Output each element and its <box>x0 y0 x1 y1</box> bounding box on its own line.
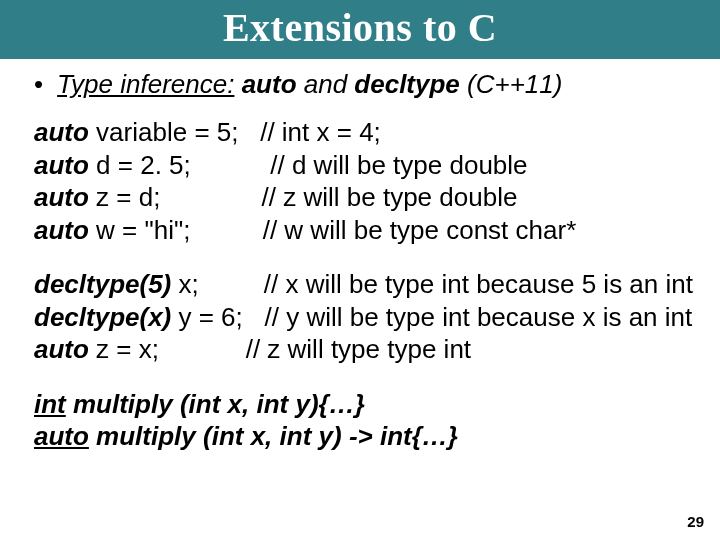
code-text: w = "hi"; <box>89 215 263 245</box>
kw-auto: auto <box>34 182 89 212</box>
slide-title: Extensions to C <box>0 0 720 59</box>
code-comment: // int x = 4; <box>260 117 381 147</box>
code-comment: // z will be type double <box>262 182 518 212</box>
bullet-type-inference: • Type inference: auto and decltype (C++… <box>34 69 690 100</box>
code-row: auto z = d; // z will be type double <box>34 181 690 214</box>
code-row: auto z = x; // z will type type int <box>34 333 690 366</box>
bullet-label: Type inference: <box>57 69 234 99</box>
bullet-dot-icon: • <box>34 69 43 100</box>
page-number: 29 <box>687 513 704 530</box>
code-block-signatures: int multiply (int x, int y){…} auto mult… <box>34 388 690 453</box>
code-comment: // w will be type const char* <box>263 215 577 245</box>
code-row: decltype(5) x; // x will be type int bec… <box>34 268 690 301</box>
kw-auto: auto <box>34 334 89 364</box>
code-block-decltype: decltype(5) x; // x will be type int bec… <box>34 268 690 366</box>
kw-decltype: decltype(x) <box>34 302 171 332</box>
kw-auto: auto <box>34 421 89 451</box>
kw-auto: auto <box>242 69 297 99</box>
code-comment: // y will be type int because x is an in… <box>264 302 692 332</box>
signature-text: multiply (int x, int y){…} <box>66 389 365 419</box>
slide-content: • Type inference: auto and decltype (C++… <box>0 59 720 453</box>
signature-text: multiply (int x, int y) -> int{…} <box>89 421 458 451</box>
code-row: auto d = 2. 5; // d will be type double <box>34 149 690 182</box>
code-comment: // d will be type double <box>270 150 527 180</box>
kw-auto: auto <box>34 215 89 245</box>
code-text: z = x; <box>89 334 246 364</box>
kw-int: int <box>34 389 66 419</box>
code-row: auto variable = 5; // int x = 4; <box>34 116 690 149</box>
code-comment: // z will type type int <box>246 334 471 364</box>
bullet-version: (C++11) <box>460 69 563 99</box>
code-text: x; <box>171 269 263 299</box>
bullet-text: Type inference: auto and decltype (C++11… <box>57 69 562 100</box>
code-row: auto w = "hi"; // w will be type const c… <box>34 214 690 247</box>
slide: Extensions to C • Type inference: auto a… <box>0 0 720 540</box>
bullet-and: and <box>297 69 355 99</box>
code-row: decltype(x) y = 6; // y will be type int… <box>34 301 690 334</box>
kw-auto: auto <box>34 150 89 180</box>
code-comment: // x will be type int because 5 is an in… <box>264 269 693 299</box>
kw-decltype: decltype(5) <box>34 269 171 299</box>
signature-row: auto multiply (int x, int y) -> int{…} <box>34 420 690 453</box>
signature-row: int multiply (int x, int y){…} <box>34 388 690 421</box>
kw-auto: auto <box>34 117 89 147</box>
code-text: z = d; <box>89 182 262 212</box>
code-block-auto: auto variable = 5; // int x = 4; auto d … <box>34 116 690 246</box>
kw-decltype: decltype <box>354 69 460 99</box>
code-text: y = 6; <box>171 302 264 332</box>
code-text: variable = 5; <box>89 117 260 147</box>
code-text: d = 2. 5; <box>89 150 270 180</box>
